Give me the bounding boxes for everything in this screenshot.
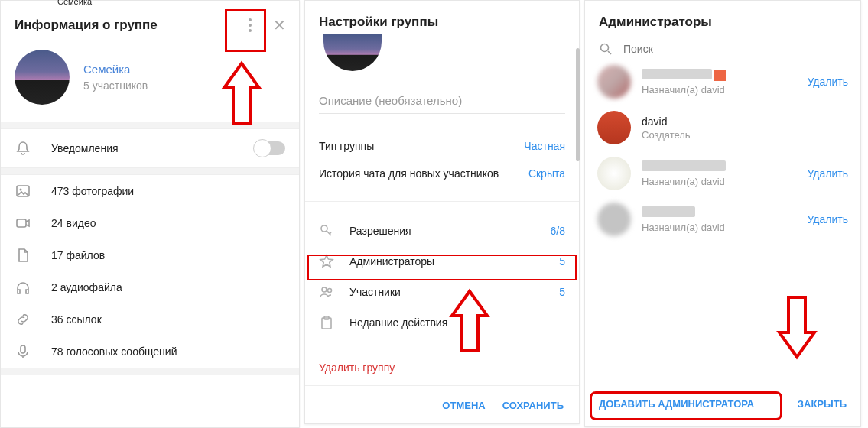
- admin-list-item[interactable]: Назначил(а) david Удалить: [585, 196, 860, 242]
- avatar: [597, 203, 631, 236]
- delete-group-button[interactable]: Удалить группу: [305, 349, 579, 374]
- svg-rect-3: [21, 345, 25, 353]
- videos-label: 24 видео: [51, 217, 96, 229]
- notifications-label: Уведомления: [51, 142, 236, 154]
- members-value: 5: [559, 286, 565, 298]
- links-label: 36 ссылок: [51, 313, 102, 326]
- svg-point-9: [601, 44, 609, 52]
- members-label: Участники: [349, 286, 545, 298]
- admins-footer: ДОБАВИТЬ АДМИНИСТРАТОРА ЗАКРЫТЬ: [585, 381, 860, 426]
- star-icon: [319, 254, 336, 269]
- links-row[interactable]: 36 ссылок: [1, 303, 299, 336]
- close-icon[interactable]: ✕: [270, 16, 288, 34]
- history-value: Скрыта: [528, 167, 565, 180]
- divider: [1, 368, 299, 375]
- search-row[interactable]: [585, 36, 860, 59]
- recent-actions-row[interactable]: Недавние действия: [305, 307, 579, 338]
- delete-admin-button[interactable]: Удалить: [808, 167, 848, 180]
- admin-subtitle: Создатель: [642, 129, 848, 141]
- key-icon: [319, 223, 336, 238]
- admin-list-item[interactable]: Назначил(а) david Удалить: [585, 59, 860, 105]
- avatar: [597, 157, 631, 190]
- admin-name-redacted: [642, 160, 726, 171]
- annotation-arrow-icon: [775, 294, 819, 360]
- notifications-toggle[interactable]: [255, 141, 285, 155]
- photos-row[interactable]: 473 фотографии: [1, 175, 299, 207]
- delete-admin-button[interactable]: Удалить: [808, 76, 848, 88]
- permissions-label: Разрешения: [349, 225, 537, 237]
- admin-name-redacted: [642, 69, 712, 79]
- members-row[interactable]: Участники 5: [305, 277, 579, 307]
- audio-row[interactable]: 2 аудиофайла: [1, 271, 299, 303]
- svg-point-1: [20, 189, 22, 191]
- administrators-panel: Администраторы Назначил(а) david Удалить…: [584, 0, 861, 427]
- admin-subtitle: Назначил(а) david: [642, 222, 797, 233]
- group-avatar[interactable]: [15, 50, 70, 105]
- group-name[interactable]: Семейка: [83, 63, 148, 76]
- admins-row[interactable]: Администраторы 5: [305, 246, 579, 277]
- divider: [1, 167, 299, 175]
- video-icon: [15, 215, 33, 232]
- clipboard-icon: [319, 315, 336, 330]
- delete-admin-button[interactable]: Удалить: [808, 213, 848, 225]
- group-settings-panel: Настройки группы Описание (необязательно…: [304, 0, 580, 424]
- save-button[interactable]: СОХРАНИТЬ: [502, 400, 564, 411]
- admin-list-item[interactable]: david Создатель: [585, 105, 860, 151]
- more-menu-button[interactable]: [239, 15, 261, 36]
- cancel-button[interactable]: ОТМЕНА: [442, 400, 485, 411]
- permissions-row[interactable]: Разрешения 6/8: [305, 216, 579, 246]
- settings-footer: ОТМЕНА СОХРАНИТЬ: [305, 385, 579, 423]
- close-button[interactable]: ЗАКРЫТЬ: [798, 398, 847, 410]
- bell-icon: [15, 140, 33, 157]
- svg-point-4: [321, 225, 327, 232]
- divider: [305, 201, 579, 202]
- avatar: [597, 111, 631, 144]
- group-info-title: Информация о группе: [15, 18, 239, 33]
- add-administrator-button[interactable]: ДОБАВИТЬ АДМИНИСТРАТОРА: [594, 392, 759, 416]
- group-type-value: Частная: [524, 140, 565, 152]
- file-icon: [15, 247, 33, 264]
- users-icon: [319, 284, 336, 300]
- svg-point-6: [328, 289, 332, 293]
- files-label: 17 файлов: [51, 249, 105, 261]
- group-settings-title: Настройки группы: [319, 15, 568, 30]
- permissions-value: 6/8: [551, 225, 565, 237]
- group-members-count: 5 участников: [83, 79, 148, 92]
- group-avatar[interactable]: [323, 34, 382, 71]
- description-field[interactable]: Описание (необязательно): [319, 88, 565, 114]
- svg-rect-2: [17, 219, 26, 227]
- videos-row[interactable]: 24 видео: [1, 207, 299, 239]
- administrators-title: Администраторы: [599, 15, 712, 30]
- search-icon: [599, 42, 613, 56]
- mic-icon: [15, 343, 33, 360]
- group-info-panel: Семейка Информация о группе ✕ Семейка 5 …: [0, 0, 300, 428]
- scrollbar[interactable]: [576, 48, 580, 161]
- admin-list-item[interactable]: Назначил(а) david Удалить: [585, 151, 860, 196]
- admins-value: 5: [559, 255, 565, 268]
- search-input[interactable]: [623, 43, 847, 55]
- audio-label: 2 аудиофайла: [51, 281, 122, 293]
- notifications-row[interactable]: Уведомления: [1, 129, 299, 167]
- headphones-icon: [15, 279, 33, 296]
- photos-label: 473 фотографии: [51, 185, 134, 197]
- group-type-label: Тип группы: [319, 140, 524, 152]
- svg-point-5: [322, 287, 327, 292]
- voice-row[interactable]: 78 голосовых сообщений: [1, 336, 299, 368]
- recent-actions-label: Недавние действия: [349, 316, 565, 329]
- image-icon: [15, 183, 33, 199]
- admin-subtitle: Назначил(а) david: [642, 84, 797, 96]
- chat-history-row[interactable]: История чата для новых участников Скрыта: [305, 160, 579, 187]
- admin-name-redacted: [642, 206, 695, 217]
- voice-label: 78 голосовых сообщений: [51, 345, 177, 358]
- background-tab-hint: Семейка: [57, 0, 92, 6]
- badge-icon: [714, 70, 726, 81]
- admin-name: david: [642, 115, 848, 128]
- group-type-row[interactable]: Тип группы Частная: [305, 132, 579, 160]
- history-label: История чата для новых участников: [319, 167, 528, 180]
- avatar: [597, 65, 631, 99]
- files-row[interactable]: 17 файлов: [1, 239, 299, 271]
- link-icon: [15, 311, 33, 328]
- admins-label: Администраторы: [349, 255, 545, 268]
- divider: [1, 122, 299, 129]
- admin-subtitle: Назначил(а) david: [642, 176, 797, 187]
